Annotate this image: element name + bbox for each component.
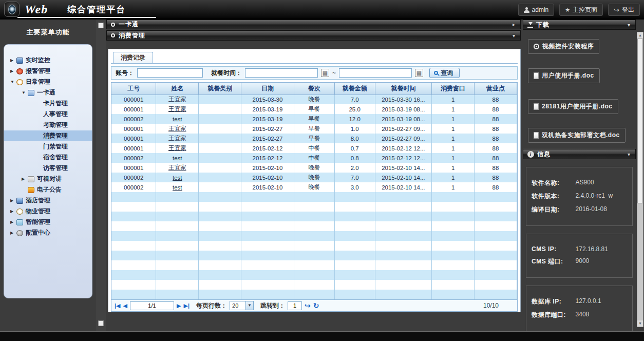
table-row[interactable]: 000001王宜家2015-02-27早餐8.02015-02-27 09...… xyxy=(111,134,517,143)
right-sidebar: 下载 ▾ 视频控件安装程序用户使用手册.doc28181用户使用手册.doc双机… xyxy=(523,20,644,331)
tab-consume-records[interactable]: 消费记录 xyxy=(113,52,153,63)
column-header[interactable]: 日期 xyxy=(241,83,294,94)
download-button[interactable]: 28181用户使用手册.doc xyxy=(528,99,618,114)
table-cell: 1 xyxy=(432,114,475,124)
jump-to-input[interactable] xyxy=(288,301,302,310)
empty-row xyxy=(111,270,517,280)
table-row[interactable]: 000001王宜家2015-02-27早餐1.02015-02-27 09...… xyxy=(111,124,517,134)
sidebar-item[interactable]: ▼一卡通 xyxy=(4,87,92,98)
table-row[interactable]: 000002test2015-02-10晚餐3.02015-02-10 14..… xyxy=(111,182,517,192)
sidebar-item[interactable]: 门禁管理 xyxy=(4,141,92,152)
chevron-down-icon[interactable]: ▼ xyxy=(22,90,28,95)
sidebar-item[interactable]: ▶报警管理 xyxy=(4,66,92,77)
column-header[interactable]: 餐次 xyxy=(294,83,334,94)
scroll-down-icon[interactable]: ▼ xyxy=(637,320,643,327)
page-input[interactable] xyxy=(130,301,174,310)
sidebar-item[interactable]: ▶配置中心 xyxy=(4,228,92,238)
sidebar-item[interactable]: 考勤管理 xyxy=(4,120,92,130)
sidebar-item[interactable]: ▶可视对讲 xyxy=(4,174,92,184)
column-header[interactable]: 工号 xyxy=(111,83,156,94)
calendar-icon[interactable]: ▦ xyxy=(321,69,329,77)
next-page-icon[interactable]: ▶ xyxy=(177,302,181,309)
chevron-right-icon[interactable]: ▶ xyxy=(10,231,16,235)
table-row[interactable]: 000002test2015-03-19早餐12.02015-03-19 08.… xyxy=(111,114,517,124)
refresh-icon[interactable]: ↻ xyxy=(313,301,319,310)
main-area: 一卡通 ▸ 消费管理 ▾ 消费记录 账号： 就餐时间： xyxy=(106,20,523,331)
go-icon[interactable]: ↪ xyxy=(305,301,311,310)
first-page-icon[interactable]: |◀ xyxy=(115,302,121,309)
range-tilde: ~ xyxy=(332,69,336,77)
user-button[interactable]: admin xyxy=(518,4,555,16)
sidebar-item[interactable]: 电子公告 xyxy=(4,184,92,195)
info-row: 编译日期:2016-01-08 xyxy=(532,205,627,214)
table-row[interactable]: 000001王宜家2015-03-19早餐25.02015-03-19 08..… xyxy=(111,104,517,114)
sidebar-item[interactable]: ▼日常管理 xyxy=(4,77,92,87)
table-cell: 晚餐 xyxy=(294,182,334,192)
column-header[interactable]: 就餐类别 xyxy=(199,83,241,94)
column-header[interactable]: 姓名 xyxy=(156,83,199,94)
sidebar-item-label: 电子公告 xyxy=(37,185,62,194)
query-button[interactable]: 查询 xyxy=(429,68,460,78)
logout-button[interactable]: ↪ 登出 xyxy=(608,4,640,16)
right-scrollbar[interactable]: ▲ ▼ xyxy=(637,32,643,327)
download-button[interactable]: 视频控件安装程序 xyxy=(528,39,599,54)
date-from-input[interactable] xyxy=(245,68,318,78)
table-cell: 1.0 xyxy=(334,124,375,134)
column-header[interactable]: 就餐金额 xyxy=(334,83,375,94)
chevron-right-icon[interactable]: ▶ xyxy=(10,58,16,63)
column-header[interactable]: 就餐时间 xyxy=(375,83,432,94)
download-button[interactable]: 用户使用手册.doc xyxy=(528,68,600,83)
tab-label: 消费记录 xyxy=(121,53,145,62)
sidebar-item[interactable]: ▶智能管理 xyxy=(4,217,92,228)
last-page-icon[interactable]: ▶| xyxy=(183,302,190,309)
table-cell: 2015-03-30 xyxy=(241,94,294,104)
rows-per-page-select[interactable]: 20 ▼ xyxy=(230,301,254,310)
table-row[interactable]: 000001王宜家2015-03-30晚餐7.02015-03-30 16...… xyxy=(111,94,517,104)
chevron-right-icon[interactable]: ▶ xyxy=(22,177,28,181)
account-input[interactable] xyxy=(137,68,203,78)
chevron-right-icon[interactable]: ▸ xyxy=(513,22,516,27)
chevron-right-icon[interactable]: ▶ xyxy=(10,69,16,73)
sidebar-item[interactable]: 宿舍管理 xyxy=(4,152,92,163)
prev-page-icon[interactable]: ◀ xyxy=(123,302,127,309)
table-row[interactable]: 000001王宜家2015-02-12中餐0.72015-02-12 12...… xyxy=(111,143,517,153)
chevron-right-icon[interactable]: ▶ xyxy=(10,220,16,224)
table-cell: 王宜家 xyxy=(156,143,199,153)
sidebar-item[interactable]: 消费管理 xyxy=(4,130,92,141)
sidebar-item[interactable]: 访客管理 xyxy=(4,163,92,174)
info-panel-header[interactable]: i 信息 ▾ xyxy=(523,149,636,159)
collapse-handle-bottom[interactable] xyxy=(98,320,104,326)
sidebar-item[interactable]: ▶酒店管理 xyxy=(4,195,92,206)
chevron-right-icon[interactable]: ▶ xyxy=(10,209,16,214)
smart-icon xyxy=(16,219,23,225)
table-row[interactable]: 000001王宜家2015-02-10晚餐2.02015-02-10 14...… xyxy=(111,163,517,173)
download-button[interactable]: 双机热备实施部署文档.doc xyxy=(528,128,626,143)
chevron-right-icon[interactable]: ▶ xyxy=(10,198,16,203)
top-header: Web 综合管理平台 admin ★ 主控页面 ↪ 登出 xyxy=(0,0,644,20)
chevron-down-icon[interactable]: ▼ xyxy=(245,301,253,310)
info-value: 172.16.8.81 xyxy=(576,245,608,253)
consume-panel-header[interactable]: 消费管理 ▾ xyxy=(106,30,521,41)
date-to-input[interactable] xyxy=(339,68,412,78)
table-row[interactable]: 000002test2015-02-12中餐0.82015-02-12 12..… xyxy=(111,153,517,163)
sidebar-item[interactable]: ▶物业管理 xyxy=(4,206,92,217)
chevron-down-icon[interactable]: ▾ xyxy=(513,33,516,39)
onecard-panel-header[interactable]: 一卡通 ▸ xyxy=(106,20,521,29)
sidebar-item[interactable]: 卡片管理 xyxy=(4,98,92,109)
chevron-down-icon[interactable]: ▾ xyxy=(628,22,631,28)
collapse-handle-top[interactable] xyxy=(98,23,104,28)
column-header[interactable]: 消费窗口 xyxy=(432,83,475,94)
column-header[interactable]: 营业点 xyxy=(475,83,517,94)
download-panel-header[interactable]: 下载 ▾ xyxy=(523,20,636,30)
scrollbar-thumb[interactable] xyxy=(637,39,643,203)
sidebar-item[interactable]: 人事管理 xyxy=(4,109,92,120)
chevron-down-icon[interactable]: ▼ xyxy=(10,80,16,84)
table-row[interactable]: 000002test2015-02-10晚餐7.02015-02-10 14..… xyxy=(111,173,517,182)
table-cell: 000002 xyxy=(111,182,156,192)
chevron-down-icon[interactable]: ▾ xyxy=(628,151,631,157)
splitter[interactable] xyxy=(96,20,106,331)
scroll-up-icon[interactable]: ▲ xyxy=(637,32,643,39)
sidebar-item[interactable]: ▶实时监控 xyxy=(4,55,92,66)
calendar-icon[interactable]: ▦ xyxy=(415,69,423,77)
master-page-button[interactable]: ★ 主控页面 xyxy=(559,4,603,16)
